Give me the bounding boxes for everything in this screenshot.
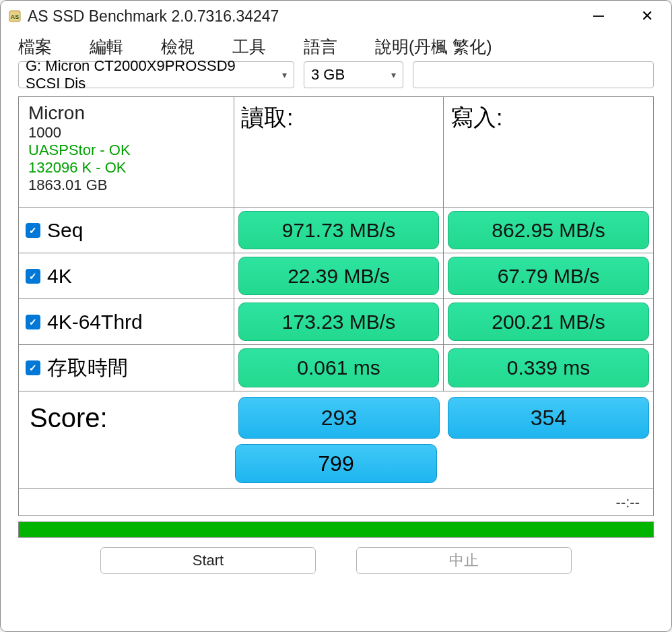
app-window: AS AS SSD Benchmark 2.0.7316.34247 ✕ 檔案 … — [0, 0, 672, 632]
4k64-read-value: 173.23 MB/s — [238, 303, 439, 341]
checkbox-seq[interactable]: ✓ — [26, 223, 40, 238]
drive-info: Micron 1000 UASPStor - OK 132096 K - OK … — [19, 97, 234, 207]
close-button[interactable]: ✕ — [623, 1, 671, 32]
seq-read-value: 971.73 MB/s — [238, 211, 439, 249]
access-write-value: 0.339 ms — [448, 348, 649, 387]
score-label: Score: — [19, 391, 234, 444]
drive-vendor: Micron — [28, 102, 85, 124]
drive-driver-status: UASPStor - OK — [28, 141, 131, 159]
window-title: AS SSD Benchmark 2.0.7316.34247 — [28, 7, 574, 26]
drive-select[interactable]: G: Micron CT2000X9PROSSD9 SCSI Dis ▾ — [18, 61, 294, 88]
controls-row: G: Micron CT2000X9PROSSD9 SCSI Dis ▾ 3 G… — [1, 61, 671, 96]
score-total: 799 — [235, 444, 437, 483]
menu-language[interactable]: 語言 — [304, 36, 337, 58]
write-header: 寫入: — [444, 97, 653, 207]
drive-alignment-status: 132096 K - OK — [28, 159, 127, 177]
read-header: 讀取: — [234, 97, 444, 207]
access-read-value: 0.061 ms — [238, 348, 439, 387]
minimize-button[interactable] — [574, 1, 623, 32]
size-select-value: 3 GB — [311, 66, 345, 84]
4k-write-value: 67.79 MB/s — [448, 257, 649, 295]
test-4k-label: ✓ 4K — [19, 253, 234, 298]
test-row-access: ✓ 存取時間 0.061 ms 0.339 ms — [19, 345, 653, 391]
menu-view[interactable]: 檢視 — [161, 36, 195, 58]
svg-text:AS: AS — [11, 13, 20, 20]
test-access-label: ✓ 存取時間 — [19, 345, 234, 391]
drive-select-value: G: Micron CT2000X9PROSSD9 SCSI Dis — [26, 57, 273, 92]
menu-edit[interactable]: 編輯 — [90, 36, 123, 58]
menu-tools[interactable]: 工具 — [232, 36, 266, 58]
titlebar[interactable]: AS AS SSD Benchmark 2.0.7316.34247 ✕ — [1, 1, 671, 32]
test-row-4k64: ✓ 4K-64Thrd 173.23 MB/s 200.21 MB/s — [19, 299, 653, 345]
score-section: Score: 293 354 799 — [18, 391, 654, 489]
4k-read-value: 22.39 MB/s — [238, 257, 439, 295]
size-select[interactable]: 3 GB ▾ — [304, 61, 403, 88]
seq-write-value: 862.95 MB/s — [448, 211, 649, 249]
text-input[interactable] — [413, 61, 654, 88]
checkbox-access[interactable]: ✓ — [26, 360, 40, 375]
chevron-down-icon: ▾ — [282, 69, 287, 80]
menu-file[interactable]: 檔案 — [18, 36, 52, 58]
abort-button[interactable]: 中止 — [356, 547, 572, 574]
score-read: 293 — [238, 397, 440, 439]
results-table: Micron 1000 UASPStor - OK 132096 K - OK … — [18, 96, 654, 391]
drive-model: 1000 — [28, 124, 61, 141]
test-4k64-label: ✓ 4K-64Thrd — [19, 299, 234, 344]
4k64-write-value: 200.21 MB/s — [448, 303, 649, 341]
score-write: 354 — [448, 397, 649, 439]
progress-bar — [18, 522, 654, 538]
start-button[interactable]: Start — [100, 547, 316, 574]
chevron-down-icon: ▾ — [391, 69, 396, 80]
menu-help[interactable]: 說明(丹楓 繁化) — [375, 36, 492, 58]
test-seq-label: ✓ Seq — [19, 208, 234, 253]
checkbox-4k[interactable]: ✓ — [26, 269, 40, 284]
checkbox-4k64[interactable]: ✓ — [26, 315, 40, 329]
test-row-seq: ✓ Seq 971.73 MB/s 862.95 MB/s — [19, 208, 653, 253]
drive-capacity: 1863.01 GB — [28, 177, 107, 194]
app-icon: AS — [7, 9, 22, 24]
test-row-4k: ✓ 4K 22.39 MB/s 67.79 MB/s — [19, 253, 653, 299]
elapsed-time: --:-- — [18, 489, 654, 516]
